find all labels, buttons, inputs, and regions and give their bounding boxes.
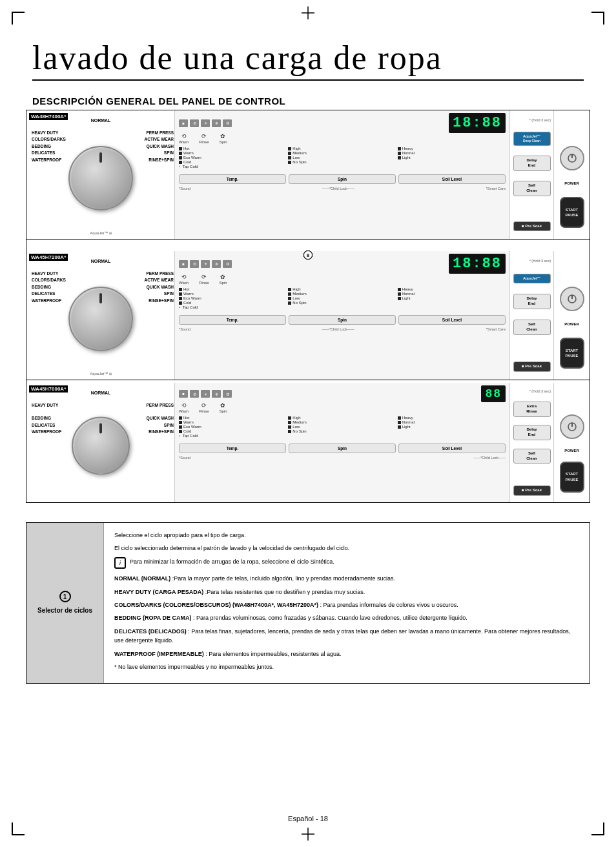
icon-2: ⚙ — [190, 119, 199, 127]
model-label-3: WA45H7000A* — [29, 385, 68, 393]
extra-rinse-btn-3[interactable]: ExtraRinse — [513, 402, 551, 417]
options-grid-1: Hot Warm Eco Warm Cold •Tap Cold High Me… — [175, 144, 509, 171]
power-side-3: POWER START PAUSE — [554, 383, 590, 502]
model-label-1: WA48H7400A* — [29, 113, 68, 120]
cycle-labels-right-1: PERM PRESS ACTIVE WEAR QUICK WASH SPIN R… — [145, 130, 174, 163]
cycle-normal-1: NORMAL — [91, 118, 111, 123]
delay-end-btn-3[interactable]: DelayEnd — [513, 425, 551, 440]
icons-row-3: ■ ⚙ ☀ ❄ ♻ — [179, 390, 232, 398]
display-panel-1: ■ ⚙ ☀ ❄ ♻ 18:88 ⟲Wash ⟳Rinse ✿Spin — [175, 110, 510, 239]
bottom-btns-3: Temp. Spin Soil Level — [175, 442, 509, 455]
desc-left-text: Selector de ciclos — [37, 606, 92, 615]
wrs-labels-3: ⟲Wash ⟳Rinse ✿Spin — [175, 402, 509, 413]
temp-btn-2[interactable]: Temp. — [179, 315, 286, 325]
note-icon: i — [114, 557, 126, 569]
num-8: 8 — [303, 250, 313, 260]
icon-4: ❄ — [212, 119, 221, 127]
power-side-2: POWER START PAUSE — [554, 251, 590, 380]
spin-btn-1[interactable]: Spin — [289, 174, 396, 184]
temp-btn-3[interactable]: Temp. — [179, 444, 286, 453]
options-grid-2: Hot Warm Eco Warm Cold •Tap Cold High Me… — [175, 285, 509, 312]
icon-3: ☀ — [201, 119, 210, 127]
temp-btn-1[interactable]: Temp. — [179, 174, 286, 184]
cycle-labels-left-1: HEAVY DUTY COLORS/DARKS BEDDING DELICATE… — [32, 130, 66, 163]
icons-row-2: ■ ⚙ ☀ ❄ ♻ — [179, 260, 232, 268]
soil-btn-1[interactable]: Soil Level — [398, 174, 506, 184]
panel-area: WA48H7400A* NORMAL HEAVY DUTY COLORS/DAR… — [26, 110, 590, 503]
right-side-2: ■ ⚙ ☀ ❄ ♻ 18:88 ⟲Wash ⟳Rinse ✿Spin Hot — [175, 251, 590, 380]
display-panel-2: ■ ⚙ ☀ ❄ ♻ 18:88 ⟲Wash ⟳Rinse ✿Spin Hot — [175, 251, 510, 380]
desc-right: Seleccione el ciclo apropiado para el ti… — [104, 523, 590, 683]
cycle-labels-left-3: HEAVY DUTY BEDDING DELICATES WATERPROOF — [32, 402, 61, 436]
cycle-labels-right-2: PERM PRESS ACTIVE WEAR QUICK WASH SPIN R… — [145, 270, 174, 304]
start-btn-2[interactable]: START PAUSE — [560, 338, 584, 369]
extra-buttons-2: * (Hold 3 sec) AquaJet™ DelayEnd SelfCle… — [510, 251, 554, 380]
time-display-2: 18:88 — [449, 254, 506, 274]
wrs-labels-2: ⟲Wash ⟳Rinse ✿Spin — [175, 274, 509, 285]
time-display-1: 18:88 — [449, 113, 506, 133]
model-row-1: WA48H7400A* NORMAL HEAVY DUTY COLORS/DAR… — [26, 110, 590, 240]
bottom-labels-1: *Sound ——*Child Lock—— *Smart Care — [175, 186, 509, 191]
corner-mark-tr — [591, 12, 604, 25]
self-clean-btn-1[interactable]: SelfClean — [513, 181, 551, 196]
icon-1: ■ — [179, 119, 188, 127]
desc-left: 1 Selector de ciclos — [26, 523, 104, 683]
cycle-labels-right-3: PERM PRESS QUICK WASH SPIN RINSE+SPIN — [146, 402, 174, 436]
pre-soak-btn-3[interactable]: ■ Pre Soak — [513, 485, 551, 496]
options-grid-3: Hot Warm Eco Warm Cold •Tap Cold High Me… — [175, 413, 509, 440]
soil-btn-2[interactable]: Soil Level — [398, 315, 506, 325]
delay-end-btn-2[interactable]: DelayEnd — [513, 294, 551, 309]
footer: Español - 18 — [0, 815, 616, 822]
corner-mark-br — [591, 822, 604, 835]
bottom-btns-2: Temp. Spin Soil Level — [175, 313, 509, 327]
delay-end-btn-1[interactable]: DelayEnd — [513, 156, 551, 171]
corner-mark-tl — [12, 12, 25, 25]
power-btn-1[interactable] — [560, 146, 584, 170]
pre-soak-btn-2[interactable]: ■ Pre Soak — [513, 362, 551, 372]
soil-btn-3[interactable]: Soil Level — [398, 444, 506, 453]
cycle-selector-3[interactable]: NORMAL HEAVY DUTY BEDDING DELICATES WATE… — [26, 383, 175, 502]
extra-buttons-1: * (Hold 3 sec) AquaJet™Deep Clean DelayE… — [510, 110, 554, 239]
display-panel-3: ■ ⚙ ☀ ❄ ♻ 88 ⟲Wash ⟳Rinse ✿Spin Hot — [175, 383, 510, 502]
icon-5: ♻ — [223, 119, 232, 127]
cycle-selector-1[interactable]: NORMAL HEAVY DUTY COLORS/DARKS BEDDING D… — [26, 110, 175, 239]
model-label-2: WA45H7200A* — [29, 254, 68, 261]
section-heading: DESCRIPCIÓN GENERAL DEL PANEL DE CONTROL — [32, 96, 285, 107]
extra-buttons-3: * (Hold 3 sec) ExtraRinse DelayEnd SelfC… — [510, 383, 554, 502]
time-display-3: 88 — [481, 385, 506, 402]
power-btn-3[interactable] — [560, 414, 584, 439]
self-clean-btn-3[interactable]: SelfClean — [513, 449, 551, 464]
right-side-1: ■ ⚙ ☀ ❄ ♻ 18:88 ⟲Wash ⟳Rinse ✿Spin — [175, 110, 590, 239]
cycle-normal-3: NORMAL — [91, 391, 111, 395]
cross-mark-bottom — [302, 828, 314, 841]
cycle-normal-2: NORMAL — [91, 259, 111, 263]
pre-soak-btn-1[interactable]: ■ Pre Soak — [513, 221, 551, 232]
desc-badge: 1 — [59, 591, 71, 602]
cycle-labels-left-2: HEAVY DUTY COLORS/DARKS BEDDING DELICATE… — [32, 270, 66, 304]
model-row-3: WA45H7000A* NORMAL HEAVY DUTY BEDDING DE… — [26, 383, 590, 502]
model-row-2: WA45H7200A* NORMAL HEAVY DUTY COLORS/DAR… — [26, 251, 590, 380]
right-side-3: ■ ⚙ ☀ ❄ ♻ 88 ⟲Wash ⟳Rinse ✿Spin Hot — [175, 383, 590, 502]
cross-mark-top — [302, 6, 314, 19]
bottom-labels-2: *Sound ——*Child Lock—— *Smart Care — [175, 327, 509, 332]
bottom-labels-3: *Sound ——*Child Lock—— — [175, 455, 509, 460]
cycle-knob-1[interactable] — [68, 146, 133, 210]
power-btn-2[interactable] — [560, 287, 584, 311]
spin-btn-3[interactable]: Spin — [289, 444, 396, 453]
aquajet-btn-1[interactable]: AquaJet™Deep Clean — [513, 132, 551, 146]
start-btn-1[interactable]: START PAUSE — [560, 197, 584, 228]
cycle-knob-2[interactable] — [68, 287, 133, 351]
icons-row-1: ■ ⚙ ☀ ❄ ♻ — [179, 119, 232, 127]
corner-mark-bl — [12, 822, 25, 835]
cycle-knob-3[interactable] — [72, 416, 130, 475]
start-btn-3[interactable]: START PAUSE — [560, 462, 584, 493]
bottom-btns-1: Temp. Spin Soil Level — [175, 172, 509, 186]
self-clean-btn-2[interactable]: SelfClean — [513, 320, 551, 335]
note-box: i Para minimizar la formación de arrugas… — [114, 557, 579, 570]
power-side-1: POWER START PAUSE — [554, 110, 590, 239]
cycle-selector-2[interactable]: NORMAL HEAVY DUTY COLORS/DARKS BEDDING D… — [26, 251, 175, 380]
wrs-labels-1: ⟲Wash ⟳Rinse ✿Spin — [175, 133, 509, 144]
spin-btn-2[interactable]: Spin — [289, 315, 396, 325]
aquajet-btn-2[interactable]: AquaJet™ — [513, 274, 551, 283]
page-title: lavado de una carga de ropa — [32, 39, 584, 81]
